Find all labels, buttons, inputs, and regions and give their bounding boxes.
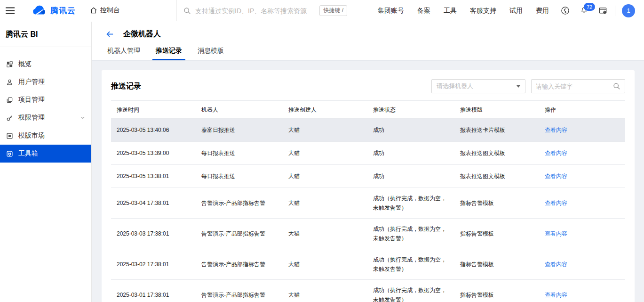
cell-template: 指标告警模板 bbox=[454, 188, 539, 218]
view-content-link[interactable]: 查看内容 bbox=[545, 290, 567, 300]
cell-robot: 告警演示-产品部指标告警 bbox=[196, 219, 283, 249]
console-link[interactable]: 控制台 bbox=[90, 6, 120, 15]
view-content-link[interactable]: 查看内容 bbox=[545, 148, 567, 158]
robot-select[interactable]: 请选择机器人 bbox=[431, 79, 525, 93]
global-search-input[interactable] bbox=[195, 7, 315, 15]
console-label: 控制台 bbox=[100, 6, 120, 15]
cell-template: 报表推送图文模板 bbox=[454, 142, 539, 164]
notification-bell-icon[interactable]: 72 bbox=[574, 0, 593, 21]
column-header: 推送时间 bbox=[111, 101, 196, 118]
home-icon bbox=[90, 7, 97, 14]
tab[interactable]: 推送记录 bbox=[156, 47, 182, 60]
dashboard-icon bbox=[6, 60, 13, 68]
topnav-item[interactable]: 备案 bbox=[411, 7, 437, 15]
sidebar-item-template-market[interactable]: 模版市场 bbox=[0, 127, 91, 145]
user-icon bbox=[6, 78, 13, 86]
tab[interactable]: 消息模版 bbox=[198, 47, 224, 60]
sidebar-item-overview[interactable]: 概览 bbox=[0, 55, 91, 73]
cell-robot: 每日报表推送 bbox=[196, 165, 283, 188]
column-header: 操作 bbox=[539, 101, 625, 118]
cell-template: 指标告警模板 bbox=[454, 249, 539, 279]
cell-creator: 大猫 bbox=[283, 249, 367, 279]
tab[interactable]: 机器人管理 bbox=[107, 47, 140, 60]
topnav-item[interactable]: 试用 bbox=[503, 7, 529, 15]
column-header: 机器人 bbox=[196, 101, 283, 118]
cell-push-time: 2025-03-02 17:38:01 bbox=[111, 249, 196, 279]
push-records-table: 推送时间机器人推送创建人推送状态推送模版操作 2025-03-05 13:40:… bbox=[111, 100, 625, 302]
keyword-input[interactable] bbox=[536, 83, 613, 90]
topnav-item[interactable]: 客服支持 bbox=[463, 7, 503, 15]
cell-status: 成功 bbox=[367, 142, 454, 164]
cell-template: 指标告警模板 bbox=[454, 219, 539, 249]
view-content-link[interactable]: 查看内容 bbox=[545, 229, 567, 238]
sidebar: 腾讯云 BI 概览 用户管理 项目管理 权限管理 bbox=[0, 22, 92, 302]
view-content-link[interactable]: 查看内容 bbox=[545, 198, 567, 208]
tencent-cloud-logo[interactable]: 腾讯云 bbox=[31, 4, 76, 16]
page-title: 企微机器人 bbox=[123, 29, 161, 39]
table-row: 2025-03-02 17:38:01 告警演示-产品部指标告警 大猫 成功（执… bbox=[111, 249, 625, 280]
sidebar-item-label: 概览 bbox=[18, 60, 32, 68]
cell-push-time: 2025-03-04 17:38:01 bbox=[111, 188, 196, 218]
topnav-item[interactable]: 费用 bbox=[529, 7, 556, 15]
topnav-item[interactable]: 集团账号 bbox=[371, 7, 411, 15]
shortcut-hint: 快捷键 / bbox=[319, 5, 347, 16]
cell-push-time: 2025-03-05 13:39:00 bbox=[111, 142, 196, 164]
panel-title: 推送记录 bbox=[111, 82, 141, 91]
view-content-link[interactable]: 查看内容 bbox=[545, 260, 567, 269]
push-records-panel: 推送记录 请选择机器人 推送时间 bbox=[102, 70, 635, 302]
table-row: 2025-03-05 13:38:01 每日报表推送 大猫 成功 报表推送图文模… bbox=[111, 165, 625, 188]
hamburger-menu-icon[interactable] bbox=[0, 0, 20, 21]
search-icon[interactable] bbox=[613, 82, 620, 90]
cell-template: 报表推送图文模板 bbox=[454, 165, 539, 188]
cell-robot: 每日报表推送 bbox=[196, 142, 283, 164]
topnav-item[interactable]: 工具 bbox=[437, 7, 463, 15]
topbar: 腾讯云 控制台 快捷键 / 集团账号备案工具客服支持试用费用 72 1 bbox=[0, 0, 644, 21]
cell-status: 成功（执行完成，数据为空，未触发告警） bbox=[367, 280, 454, 302]
avatar[interactable]: 1 bbox=[622, 4, 635, 17]
column-header: 推送创建人 bbox=[283, 101, 367, 118]
page-tabs: 机器人管理推送记录消息模版 bbox=[92, 47, 644, 60]
cell-push-time: 2025-03-01 17:38:01 bbox=[111, 280, 196, 302]
table-body: 2025-03-05 13:40:06 泰富日报推送 大猫 成功 报表推送卡片模… bbox=[111, 119, 625, 302]
table-row: 2025-03-05 13:40:06 泰富日报推送 大猫 成功 报表推送卡片模… bbox=[111, 119, 625, 142]
sidebar-item-toolbox[interactable]: 工具箱 bbox=[0, 145, 91, 163]
main-area: 企微机器人 机器人管理推送记录消息模版 推送记录 请选择机器人 bbox=[92, 22, 644, 302]
global-search[interactable]: 快捷键 / bbox=[176, 0, 354, 21]
back-arrow-icon[interactable] bbox=[105, 30, 114, 39]
column-header: 推送状态 bbox=[367, 101, 454, 118]
sidebar-item-project-management[interactable]: 项目管理 bbox=[0, 91, 91, 109]
cell-creator: 大猫 bbox=[283, 165, 367, 188]
cell-creator: 大猫 bbox=[283, 219, 367, 249]
key-icon bbox=[6, 114, 13, 122]
table-row: 2025-03-04 17:38:01 告警演示-产品部指标告警 大猫 成功（执… bbox=[111, 188, 625, 219]
chevron-down-icon bbox=[80, 115, 86, 121]
view-content-link[interactable]: 查看内容 bbox=[545, 171, 567, 181]
cell-creator: 大猫 bbox=[283, 280, 367, 302]
sidebar-item-label: 项目管理 bbox=[18, 96, 45, 104]
cell-push-time: 2025-03-05 13:40:06 bbox=[111, 119, 196, 141]
cell-template: 报表推送卡片模板 bbox=[454, 119, 539, 141]
cloud-logo-icon bbox=[31, 4, 47, 16]
cell-robot: 告警演示-产品部指标告警 bbox=[196, 249, 283, 279]
template-icon bbox=[6, 132, 13, 139]
project-icon bbox=[6, 96, 13, 104]
cell-creator: 大猫 bbox=[283, 119, 367, 141]
content-area: 推送记录 请选择机器人 推送时间 bbox=[92, 61, 644, 302]
cell-robot: 泰富日报推送 bbox=[196, 119, 283, 141]
robot-select-placeholder: 请选择机器人 bbox=[437, 82, 473, 90]
cell-status: 成功 bbox=[367, 119, 454, 141]
table-row: 2025-03-03 17:38:01 告警演示-产品部指标告警 大猫 成功（执… bbox=[111, 219, 625, 249]
sidebar-title: 腾讯云 BI bbox=[0, 22, 91, 47]
topbar-divider bbox=[615, 6, 615, 16]
console-settings-icon[interactable] bbox=[593, 0, 612, 21]
sidebar-item-label: 模版市场 bbox=[18, 131, 45, 140]
view-content-link[interactable]: 查看内容 bbox=[545, 125, 567, 135]
sidebar-item-user-management[interactable]: 用户管理 bbox=[0, 73, 91, 91]
sidebar-item-permission-management[interactable]: 权限管理 bbox=[0, 109, 91, 127]
service-icon[interactable] bbox=[556, 0, 574, 21]
cell-push-time: 2025-03-05 13:38:01 bbox=[111, 165, 196, 188]
cell-robot: 告警演示-产品部指标告警 bbox=[196, 188, 283, 218]
sidebar-item-label: 用户管理 bbox=[18, 78, 45, 86]
cell-status: 成功 bbox=[367, 165, 454, 188]
page-header: 企微机器人 机器人管理推送记录消息模版 bbox=[92, 22, 644, 61]
